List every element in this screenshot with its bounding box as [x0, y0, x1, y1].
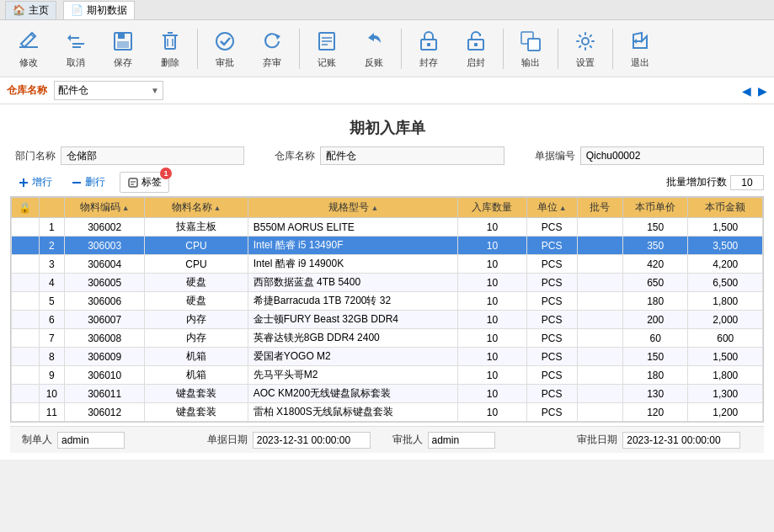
th-name[interactable]: 物料名称 ▲	[145, 198, 248, 218]
row-spec: 西部数据蓝盘 4TB 5400	[248, 274, 457, 292]
svg-rect-7	[117, 41, 129, 48]
table-row[interactable]: 5 306006 硬盘 希捷Barracuda 1TB 7200转 32 10 …	[12, 292, 763, 311]
warehouse-name-input[interactable]	[320, 146, 504, 165]
row-qty: 10	[458, 292, 527, 311]
tab-home[interactable]: 🏠 主页	[5, 1, 56, 19]
th-code-sort-icon[interactable]: ▲	[122, 204, 130, 212]
row-qty: 10	[458, 366, 527, 385]
exit-button[interactable]: 退出	[618, 25, 662, 72]
tag-button[interactable]: 标签 1	[120, 172, 169, 193]
th-spec-sort-icon[interactable]: ▲	[371, 204, 378, 212]
row-name: 技嘉主板	[145, 218, 248, 237]
row-name: 硬盘	[145, 274, 248, 292]
table-row[interactable]: 8 306009 机箱 爱国者YOGO M2 10 PCS 150 1,500	[12, 348, 763, 366]
row-qty: 10	[458, 218, 527, 237]
row-lock	[12, 329, 40, 348]
row-unit: PCS	[526, 311, 577, 329]
table-row[interactable]: 6 306007 内存 金士顿FURY Beast 32GB DDR4 10 P…	[12, 311, 763, 329]
delete-row-button[interactable]: 删行	[63, 172, 113, 193]
row-code[interactable]: 306006	[65, 292, 145, 311]
th-num	[39, 198, 64, 218]
seal-icon	[415, 28, 442, 55]
creator-field: 制单人	[17, 432, 202, 449]
settings-button[interactable]: 设置	[563, 25, 607, 72]
table-row[interactable]: 7 306008 内存 英睿达镁光8GB DDR4 2400 10 PCS 60…	[12, 329, 763, 348]
row-code[interactable]: 306004	[65, 255, 145, 274]
row-code[interactable]: 306003	[65, 237, 145, 255]
cancel-button[interactable]: 取消	[54, 25, 98, 72]
tab-qichu[interactable]: 📄 期初数据	[63, 1, 135, 19]
svg-rect-25	[528, 39, 540, 51]
row-code[interactable]: 306002	[65, 218, 145, 237]
batch-add-input[interactable]	[730, 175, 764, 190]
row-unit: PCS	[526, 403, 577, 422]
add-row-label: 增行	[32, 175, 52, 189]
footer: 制单人 单据日期 审批人 审批日期	[10, 426, 764, 453]
row-code[interactable]: 306005	[65, 274, 145, 292]
th-name-label: 物料名称	[172, 200, 212, 215]
docnum-input[interactable]	[580, 146, 764, 165]
th-spec[interactable]: 规格型号 ▲	[248, 198, 457, 218]
row-spec: 希捷Barracuda 1TB 7200转 32	[248, 292, 457, 311]
row-num: 3	[39, 255, 64, 274]
row-num: 2	[39, 237, 64, 255]
approver-input[interactable]	[428, 432, 495, 449]
approver-field: 审批人	[387, 432, 573, 449]
row-amount: 1,500	[688, 348, 763, 366]
row-qty: 10	[458, 274, 527, 292]
row-code[interactable]: 306008	[65, 329, 145, 348]
row-lock	[12, 292, 40, 311]
row-code[interactable]: 306009	[65, 348, 145, 366]
account-button[interactable]: 记账	[305, 25, 349, 72]
account-label: 记账	[318, 56, 336, 69]
th-name-sort-icon[interactable]: ▲	[214, 204, 222, 212]
toolbar-sep-2	[299, 29, 300, 69]
row-qty: 10	[458, 329, 527, 348]
th-unit[interactable]: 单位 ▲	[526, 198, 577, 218]
save-button[interactable]: 保存	[101, 25, 145, 72]
reversal-button[interactable]: 反账	[352, 25, 396, 72]
th-unit-sort-icon[interactable]: ▲	[559, 204, 567, 212]
row-code[interactable]: 306012	[65, 403, 145, 422]
nav-prev-icon[interactable]: ◀	[742, 84, 751, 98]
table-row[interactable]: 3 306004 CPU Intel 酷睿 i9 14900K 10 PCS 4…	[12, 255, 763, 274]
edit-button[interactable]: 修改	[7, 25, 51, 72]
nav-next-icon[interactable]: ▶	[758, 84, 767, 98]
table-row[interactable]: 2 306003 CPU Intel 酷睿 i5 13490F 10 PCS 3…	[12, 237, 763, 255]
table-row[interactable]: 10 306011 键盘套装 AOC KM200无线键盘鼠标套装 10 PCS …	[12, 385, 763, 403]
approvedate-input[interactable]	[622, 432, 740, 449]
row-code[interactable]: 306011	[65, 385, 145, 403]
warehouse-name-label: 仓库名称	[270, 147, 320, 165]
table-row[interactable]: 9 306010 机箱 先马平头哥M2 10 PCS 180 1,800	[12, 366, 763, 385]
th-amount-label: 本币金额	[705, 201, 745, 213]
add-row-button[interactable]: 增行	[10, 172, 60, 193]
batch-add-label: 批量增加行数	[666, 175, 727, 189]
approve-button[interactable]: 审批	[203, 25, 247, 72]
approver-label: 审批人	[387, 432, 428, 448]
abandon-button[interactable]: 弃审	[250, 25, 294, 72]
row-code[interactable]: 306010	[65, 366, 145, 385]
edit-icon	[15, 28, 42, 55]
table-row[interactable]: 11 306012 键盘套装 雷柏 X1800S无线鼠标键盘套装 10 PCS …	[12, 403, 763, 422]
warehouse-select[interactable]: 配件仓 ▼	[54, 81, 163, 100]
svg-rect-0	[19, 46, 38, 48]
delete-label: 删除	[161, 56, 179, 69]
export-button[interactable]: 输出	[509, 25, 552, 72]
row-code[interactable]: 306007	[65, 311, 145, 329]
row-price: 420	[622, 255, 688, 274]
docdate-input[interactable]	[253, 432, 371, 449]
row-qty: 10	[458, 385, 527, 403]
table-row[interactable]: 1 306002 技嘉主板 B550M AORUS ELITE 10 PCS 1…	[12, 218, 763, 237]
main-content: 期初入库单 部门名称 仓库名称 单据编号 增行 删行 标签 1	[0, 104, 774, 460]
creator-input[interactable]	[57, 432, 125, 449]
row-amount: 2,000	[688, 311, 763, 329]
th-code[interactable]: 物料编码 ▲	[65, 198, 145, 218]
table-row[interactable]: 4 306005 硬盘 西部数据蓝盘 4TB 5400 10 PCS 650 6…	[12, 274, 763, 292]
seal-button[interactable]: 封存	[407, 25, 451, 72]
row-num: 7	[39, 329, 64, 348]
row-price: 180	[622, 366, 688, 385]
unseal-button[interactable]: 启封	[454, 25, 498, 72]
delete-button[interactable]: 删除	[148, 25, 192, 72]
row-unit: PCS	[526, 292, 577, 311]
dept-input[interactable]	[61, 146, 244, 165]
